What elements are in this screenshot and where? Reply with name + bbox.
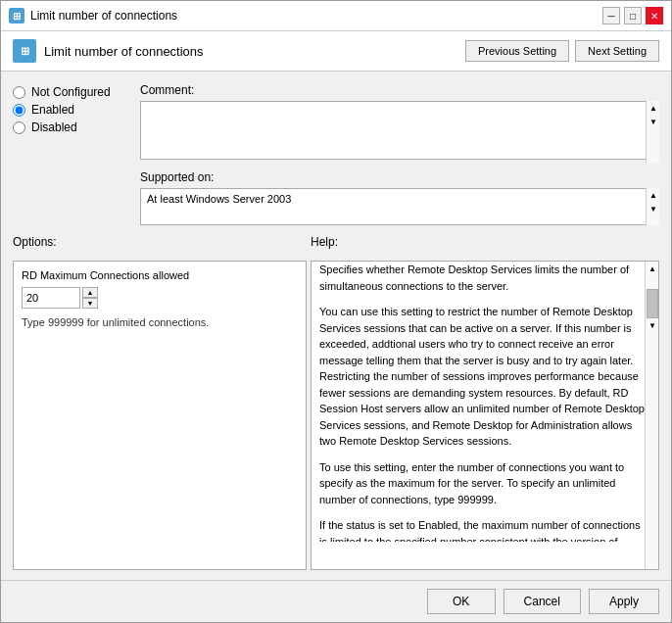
help-scroll-down[interactable]: ▼ xyxy=(646,318,659,332)
settings-row: Not Configured Enabled Disabled Comm xyxy=(13,83,659,225)
connections-input[interactable] xyxy=(22,287,80,309)
scroll-up-arrow[interactable]: ▲ xyxy=(647,101,660,115)
header-left: ⊞ Limit number of connections xyxy=(13,39,204,63)
supported-section: Supported on: At least Windows Server 20… xyxy=(140,170,659,225)
supported-scroll-up[interactable]: ▲ xyxy=(647,188,660,202)
window-icon: ⊞ xyxy=(9,8,24,24)
comment-label: Comment: xyxy=(140,83,659,97)
not-configured-option[interactable]: Not Configured xyxy=(13,85,140,99)
bottom-buttons: OK Cancel Apply xyxy=(1,580,671,622)
close-button[interactable]: ✕ xyxy=(646,7,663,24)
header-section: ⊞ Limit number of connections Previous S… xyxy=(1,31,671,72)
radio-section: Not Configured Enabled Disabled xyxy=(13,83,140,134)
supported-value: At least Windows Server 2003 xyxy=(140,188,659,225)
help-scroll-up[interactable]: ▲ xyxy=(646,262,659,275)
cancel-button[interactable]: Cancel xyxy=(504,589,581,614)
minimize-button[interactable]: ─ xyxy=(602,7,620,24)
content-area: Not Configured Enabled Disabled Comm xyxy=(1,72,671,580)
disabled-option[interactable]: Disabled xyxy=(13,120,140,134)
right-fields: Comment: ▲ ▼ Supported on: xyxy=(140,83,659,225)
ok-button[interactable]: OK xyxy=(427,589,496,614)
next-setting-button[interactable]: Next Setting xyxy=(575,40,659,62)
title-bar-left: ⊞ Limit number of connections xyxy=(9,8,177,24)
help-content: Specifies whether Remote Desktop Service… xyxy=(312,262,658,542)
header-icon: ⊞ xyxy=(13,39,36,63)
radio-options: Not Configured Enabled Disabled xyxy=(13,85,140,134)
options-field-label: RD Maximum Connections allowed xyxy=(22,269,298,281)
comment-textarea[interactable] xyxy=(140,101,659,160)
not-configured-label: Not Configured xyxy=(31,85,111,99)
help-scrollbar[interactable]: ▲ ▼ xyxy=(645,262,658,569)
help-section-title: Help: xyxy=(307,235,659,249)
comment-wrapper: ▲ ▼ xyxy=(140,101,659,163)
supported-scrollbar[interactable]: ▲ ▼ xyxy=(646,188,659,225)
previous-setting-button[interactable]: Previous Setting xyxy=(465,40,569,62)
main-window: ⊞ Limit number of connections ─ □ ✕ ⊞ Li… xyxy=(0,0,672,623)
options-panel: RD Maximum Connections allowed ▲ ▼ Type … xyxy=(13,261,307,570)
enabled-radio[interactable] xyxy=(13,104,25,117)
apply-button[interactable]: Apply xyxy=(589,589,659,614)
disabled-label: Disabled xyxy=(31,120,77,134)
header-buttons: Previous Setting Next Setting xyxy=(465,40,659,62)
comment-scrollbar[interactable]: ▲ ▼ xyxy=(646,101,659,163)
maximize-button[interactable]: □ xyxy=(624,7,642,24)
help-para-3: To use this setting, enter the number of… xyxy=(319,459,650,508)
header-title: Limit number of connections xyxy=(44,44,204,59)
scroll-down-arrow[interactable]: ▼ xyxy=(647,115,660,128)
title-controls: ─ □ ✕ xyxy=(602,7,663,24)
help-para-2: You can use this setting to restrict the… xyxy=(319,304,650,450)
help-scroll-thumb[interactable] xyxy=(647,289,658,318)
spin-up-button[interactable]: ▲ xyxy=(82,287,98,298)
options-section-title: Options: xyxy=(13,235,307,249)
title-bar: ⊞ Limit number of connections ─ □ ✕ xyxy=(1,1,671,31)
help-panel: Specifies whether Remote Desktop Service… xyxy=(311,261,659,570)
window-title: Limit number of connections xyxy=(30,9,177,23)
sections-header: Options: Help: xyxy=(13,235,659,253)
spin-down-button[interactable]: ▼ xyxy=(82,298,98,309)
supported-scroll-down[interactable]: ▼ xyxy=(647,202,660,216)
sections-row: RD Maximum Connections allowed ▲ ▼ Type … xyxy=(13,261,659,570)
supported-wrapper: At least Windows Server 2003 ▲ ▼ xyxy=(140,188,659,225)
spin-buttons: ▲ ▼ xyxy=(82,287,98,309)
options-hint: Type 999999 for unlimited connections. xyxy=(22,316,298,328)
help-para-4: If the status is set to Enabled, the max… xyxy=(319,517,650,542)
disabled-radio[interactable] xyxy=(13,121,25,134)
help-para-1: Specifies whether Remote Desktop Service… xyxy=(319,262,650,294)
enabled-label: Enabled xyxy=(31,103,74,117)
enabled-option[interactable]: Enabled xyxy=(13,103,140,117)
number-input-row: ▲ ▼ xyxy=(22,287,298,309)
not-configured-radio[interactable] xyxy=(13,86,25,99)
supported-label: Supported on: xyxy=(140,170,659,184)
